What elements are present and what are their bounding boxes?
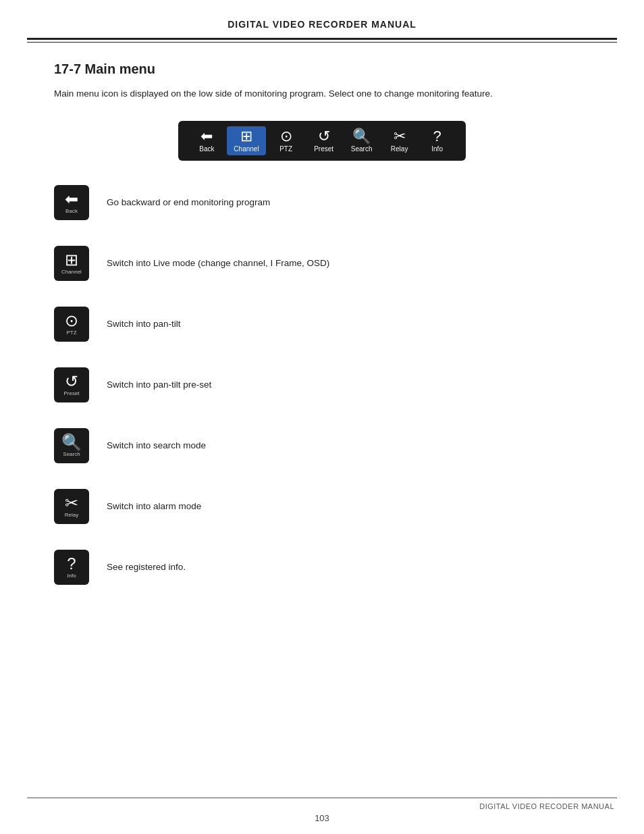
page-header: DIGITAL VIDEO RECORDER MANUAL: [0, 0, 644, 38]
footer-right: DIGITAL VIDEO RECODER MANUAL: [479, 802, 614, 810]
feature-icon-label-info: Info: [67, 573, 76, 579]
menu-bar-wrapper: ⬅Back⊞Channel⊙PTZ↺Preset🔍Search✂Relay?In…: [54, 121, 590, 161]
feature-desc-preset: Switch into pan-tilt pre-set: [107, 380, 211, 390]
intro-paragraph: Main menu icon is displayed on the low s…: [54, 86, 590, 102]
menu-item-preset[interactable]: ↺Preset: [306, 126, 342, 155]
menu-item-info[interactable]: ?Info: [420, 126, 455, 155]
menu-item-relay[interactable]: ✂Relay: [382, 126, 417, 155]
channel-icon: ⊞: [65, 252, 78, 268]
menu-item-back[interactable]: ⬅Back: [189, 126, 224, 155]
preset-menu-icon: ↺: [318, 129, 330, 144]
feature-icon-box-ptz: ⊙PTZ: [54, 307, 89, 342]
ptz-icon: ⊙: [65, 313, 78, 329]
feature-icon-box-info: ?Info: [54, 550, 89, 585]
feature-icon-label-back: Back: [65, 208, 78, 214]
menu-item-ptz[interactable]: ⊙PTZ: [269, 126, 304, 155]
relay-icon: ✂: [65, 495, 78, 511]
main-content: 17-7 Main menu Main menu icon is display…: [0, 43, 644, 664]
feature-icon-box-preset: ↺Preset: [54, 367, 89, 402]
section-title: 17-7 Main menu: [54, 61, 590, 77]
menu-item-label-channel: Channel: [234, 145, 259, 153]
feature-icon-label-relay: Relay: [65, 512, 78, 518]
relay-menu-icon: ✂: [394, 129, 406, 144]
feature-desc-info: See registered info.: [107, 562, 186, 572]
menu-item-channel[interactable]: ⊞Channel: [227, 126, 265, 155]
feature-desc-relay: Switch into alarm mode: [107, 501, 201, 511]
menu-item-label-search: Search: [351, 145, 373, 153]
menu-item-label-info: Info: [431, 145, 443, 153]
menu-item-label-preset: Preset: [314, 145, 333, 153]
feature-icon-label-channel: Channel: [61, 269, 82, 275]
menu-item-label-relay: Relay: [391, 145, 408, 153]
header-divider-thick: [27, 38, 617, 40]
feature-row-relay: ✂RelaySwitch into alarm mode: [54, 489, 590, 524]
menu-item-label-back: Back: [199, 145, 214, 153]
feature-icon-box-relay: ✂Relay: [54, 489, 89, 524]
back-menu-icon: ⬅: [200, 129, 213, 144]
feature-row-back: ⬅BackGo backward or end monitoring progr…: [54, 185, 590, 220]
header-title: DIGITAL VIDEO RECORDER MANUAL: [227, 19, 417, 30]
feature-icon-label-ptz: PTZ: [66, 330, 76, 336]
feature-row-channel: ⊞ChannelSwitch into Live mode (change ch…: [54, 246, 590, 281]
search-icon: 🔍: [61, 434, 82, 450]
features-list: ⬅BackGo backward or end monitoring progr…: [54, 185, 590, 585]
search-menu-icon: 🔍: [352, 129, 371, 144]
channel-menu-icon: ⊞: [240, 129, 252, 144]
page-footer: DIGITAL VIDEO RECODER MANUAL 103: [0, 798, 644, 834]
feature-row-info: ?InfoSee registered info.: [54, 550, 590, 585]
feature-row-ptz: ⊙PTZSwitch into pan-tilt: [54, 307, 590, 342]
feature-row-preset: ↺PresetSwitch into pan-tilt pre-set: [54, 367, 590, 402]
feature-desc-channel: Switch into Live mode (change channel, I…: [107, 258, 329, 268]
page-number: 103: [0, 810, 644, 834]
info-menu-icon: ?: [433, 129, 441, 144]
menu-item-label-ptz: PTZ: [279, 145, 292, 153]
preset-icon: ↺: [65, 373, 78, 390]
feature-icon-box-search: 🔍Search: [54, 428, 89, 463]
menu-item-search[interactable]: 🔍Search: [344, 126, 379, 155]
footer-content: DIGITAL VIDEO RECODER MANUAL: [0, 798, 644, 810]
feature-desc-ptz: Switch into pan-tilt: [107, 319, 181, 329]
back-icon: ⬅: [65, 191, 78, 207]
menu-bar: ⬅Back⊞Channel⊙PTZ↺Preset🔍Search✂Relay?In…: [178, 121, 465, 161]
feature-icon-box-back: ⬅Back: [54, 185, 89, 220]
info-icon: ?: [67, 556, 76, 572]
feature-desc-search: Switch into search mode: [107, 440, 206, 450]
feature-icon-label-search: Search: [63, 451, 80, 457]
feature-icon-label-preset: Preset: [63, 390, 79, 396]
feature-icon-box-channel: ⊞Channel: [54, 246, 89, 281]
feature-desc-back: Go backward or end monitoring program: [107, 197, 270, 207]
ptz-menu-icon: ⊙: [280, 129, 292, 144]
feature-row-search: 🔍SearchSwitch into search mode: [54, 428, 590, 463]
